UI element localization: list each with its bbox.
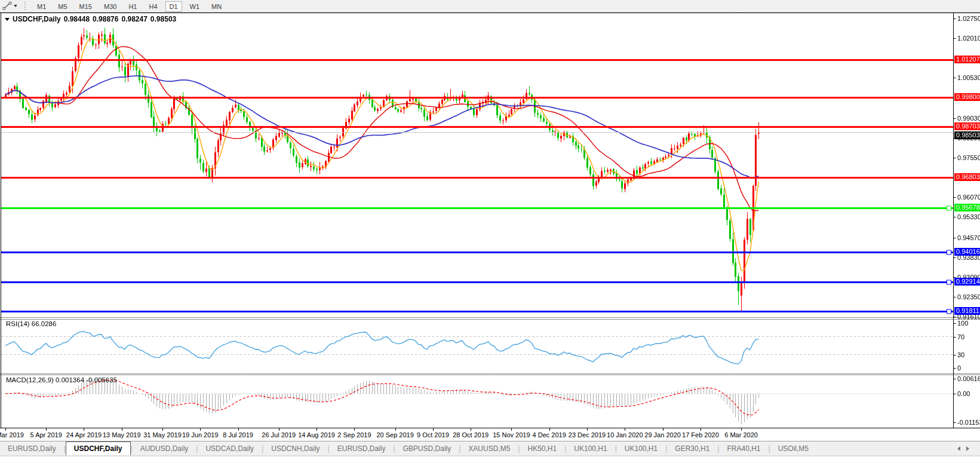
date-tick-mark	[238, 428, 239, 431]
rsi-indicator-label: RSI(14) 66.0286	[6, 320, 56, 327]
tab-ger30-h1[interactable]: GER30,H1	[667, 441, 717, 455]
toolbar-grip	[24, 2, 27, 10]
date-label: 28 Oct 2019	[453, 431, 489, 438]
line-studies-icon[interactable]	[2, 1, 13, 11]
hline-price-label[interactable]: 0.98703	[954, 122, 980, 130]
date-label: 8 Jul 2019	[223, 431, 253, 438]
price-tick-label: 0.92350	[957, 293, 980, 301]
chevron-down-icon[interactable]	[14, 5, 17, 9]
price-tick-label: 1.02010	[957, 34, 980, 42]
triangle-down-icon[interactable]	[5, 18, 10, 23]
price-tick-label: 1.02750	[957, 14, 980, 23]
tab-eurusd-daily[interactable]: EURUSD,Daily	[0, 441, 64, 455]
tab-fra40-h1[interactable]: FRA40,H1	[719, 441, 768, 455]
date-label: 23 Dec 2019	[569, 431, 606, 438]
hline-price-label[interactable]: 0.96803	[954, 173, 980, 181]
chart-tabs: EURUSD,Daily|USDCHF,Daily|AUDUSD,Daily|U…	[0, 441, 816, 455]
price-tick-label: 0.99030	[957, 114, 980, 122]
timeframe-button-h1[interactable]: H1	[124, 1, 141, 12]
tab-scroll-controls	[955, 441, 980, 455]
timeframe-button-d1[interactable]: D1	[165, 1, 182, 12]
date-label: 13 May 2019	[103, 431, 141, 438]
date-label: 2 Sep 2019	[337, 431, 371, 438]
ohlc-close: 0.98503	[150, 15, 176, 23]
tab-eurusd-daily[interactable]: EURUSD,Daily	[330, 441, 394, 455]
tab-usoil-m5[interactable]: USOil,M5	[770, 441, 816, 455]
timeframe-button-h4[interactable]: H4	[145, 1, 161, 12]
date-label: 31 May 2019	[143, 431, 182, 438]
date-label: 9 Oct 2019	[417, 431, 449, 438]
date-tick-mark	[701, 428, 701, 431]
tab-usdcad-daily[interactable]: USDCAD,Daily	[198, 441, 262, 455]
date-tick-mark	[122, 428, 122, 431]
date-tick-mark	[279, 428, 279, 431]
date-tick-mark	[200, 428, 201, 431]
date-tick-mark	[433, 428, 434, 431]
macd-tick-label: 0.006167	[957, 375, 980, 383]
date-tick-mark	[395, 428, 396, 431]
arrow-left-icon[interactable]	[955, 446, 960, 451]
toolbar: M1M5M15M30H1H4D1W1MN	[0, 0, 980, 13]
ohlc-low: 0.98247	[121, 15, 147, 23]
timeframe-button-m15[interactable]: M15	[75, 1, 96, 12]
date-label: 10 Jan 2020	[607, 431, 643, 438]
price-tick-label: 0.94570	[957, 234, 980, 242]
date-tick-mark	[84, 428, 84, 431]
tab-usdcnh-daily[interactable]: USDCNH,Daily	[263, 441, 327, 455]
rsi-tick-label: 70	[957, 333, 980, 341]
timeframe-toolbar: M1M5M15M30H1H4D1W1MN	[31, 1, 228, 11]
price-tick-label: 1.00530	[957, 73, 980, 82]
timeframe-button-w1[interactable]: W1	[186, 1, 204, 12]
timeframe-button-m1[interactable]: M1	[33, 1, 50, 12]
date-tick-mark	[317, 428, 317, 431]
tab-uk100-h1[interactable]: UK100,H1	[566, 441, 615, 455]
date-tick-mark	[587, 428, 588, 431]
date-label: 24 Apr 2019	[66, 431, 102, 438]
date-tick-mark	[46, 428, 47, 431]
date-label: 17 Feb 2020	[682, 431, 719, 438]
chart-title: USDCHF,Daily 0.98448 0.98876 0.98247 0.9…	[5, 15, 176, 23]
date-tick-mark	[162, 428, 163, 431]
date-label: 14 Aug 2019	[298, 431, 335, 438]
tab-gbpusd-daily[interactable]: GBPUSD,Daily	[395, 441, 459, 455]
timeframe-button-m5[interactable]: M5	[54, 1, 71, 12]
hline-price-label[interactable]: 0.95678	[954, 204, 980, 211]
date-label: 4 Dec 2019	[533, 431, 566, 438]
chart-tabs-bar: EURUSD,Daily|USDCHF,Daily|AUDUSD,Daily|U…	[0, 441, 980, 455]
trading-platform-window: M1M5M15M30H1H4D1W1MN USDCHF,Daily 0.9844…	[0, 0, 980, 457]
date-tick-mark	[471, 428, 471, 431]
date-tick-mark	[5, 428, 6, 431]
timeframe-button-m30[interactable]: M30	[100, 1, 121, 12]
tab-hk50-h1[interactable]: HK50,H1	[520, 441, 564, 455]
price-tick-label: 0.95330	[957, 213, 980, 221]
ohlc-high: 0.98876	[93, 15, 118, 23]
hline-price-label[interactable]: 0.94016	[954, 248, 980, 256]
hline-price-label[interactable]: 0.91811	[954, 307, 980, 315]
price-tick-label: 0.96070	[957, 193, 980, 201]
hline-price-label[interactable]: 0.92914	[954, 278, 980, 286]
date-label: 29 Jan 2020	[644, 431, 681, 438]
hline-price-label[interactable]: 0.99800	[954, 93, 980, 101]
current-price-label: 0.98503	[954, 131, 980, 139]
hline-price-label[interactable]: 1.01207	[954, 56, 980, 63]
tab-xauusd-m5[interactable]: XAUUSD,M5	[460, 441, 518, 455]
date-tick-mark	[511, 428, 512, 431]
date-label: 6 Mar 2020	[724, 431, 758, 438]
arrow-right-icon[interactable]	[966, 446, 972, 451]
tab-audusd-daily[interactable]: AUDUSD,Daily	[133, 441, 196, 455]
tab-usdchf-daily[interactable]: USDCHF,Daily	[66, 441, 131, 455]
date-tick-mark	[663, 428, 663, 431]
chart-plot-canvas[interactable]	[0, 13, 980, 428]
date-label: 19 Jun 2019	[182, 431, 219, 438]
date-tick-mark	[549, 428, 550, 431]
timeframe-button-mn[interactable]: MN	[207, 1, 226, 12]
date-label: 15 Nov 2019	[493, 431, 530, 438]
chart-symbol-label: USDCHF,Daily	[13, 15, 61, 23]
date-label: 20 Sep 2019	[376, 431, 413, 438]
ohlc-open: 0.98448	[64, 15, 90, 23]
macd-tick-label: -0.011531	[957, 418, 980, 427]
date-tick-mark	[354, 428, 355, 431]
date-tick-mark	[741, 428, 742, 431]
tab-uk100-h1[interactable]: UK100,H1	[617, 441, 665, 455]
macd-tick-label: 0.00	[957, 389, 980, 398]
